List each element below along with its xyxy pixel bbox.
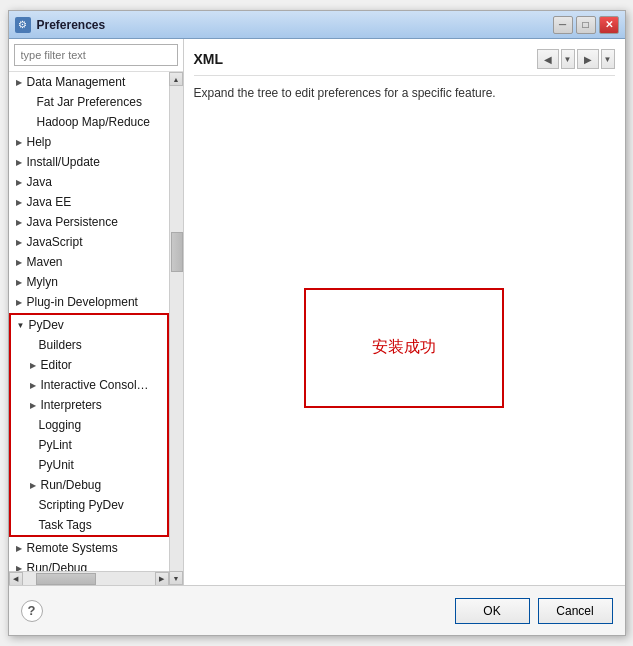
label-pylint: PyLint [39,438,72,452]
label-builders: Builders [39,338,82,352]
tree-item-data-management[interactable]: ▶ Data Management [9,72,169,92]
label-fat-jar: Fat Jar Preferences [37,95,142,109]
help-button[interactable]: ? [21,600,43,622]
ok-button[interactable]: OK [455,598,530,624]
tree-item-interpreters[interactable]: ▶ Interpreters [11,395,167,415]
maximize-button[interactable]: □ [576,16,596,34]
label-interpreters: Interpreters [41,398,102,412]
tree-item-install-update[interactable]: ▶ Install/Update [9,152,169,172]
scroll-up-button[interactable]: ▲ [169,72,183,86]
arrow-interpreters: ▶ [27,399,39,411]
label-java: Java [27,175,52,189]
install-box: 安装成功 [304,288,504,408]
pydev-section: ▼ PyDev Builders ▶ Editor [9,313,169,537]
tree-item-pylint[interactable]: PyLint [11,435,167,455]
arrow-interactive-console: ▶ [27,379,39,391]
arrow-mylyn: ▶ [13,276,25,288]
minimize-button[interactable]: ─ [553,16,573,34]
tree-item-pydev[interactable]: ▼ PyDev [11,315,167,335]
vertical-scrollbar: ▲ ▼ [169,72,183,585]
scroll-track-h [23,572,155,585]
right-header: XML ◀ ▼ ▶ ▼ [194,49,615,76]
label-scripting-pydev: Scripting PyDev [39,498,124,512]
arrow-maven: ▶ [13,256,25,268]
arrow-plugin-dev: ▶ [13,296,25,308]
right-title: XML [194,51,224,67]
install-text: 安装成功 [372,337,436,358]
center-box: 安装成功 [194,120,615,575]
arrow-help: ▶ [13,136,25,148]
bottom-bar: ? OK Cancel [9,585,625,635]
arrow-java: ▶ [13,176,25,188]
window-title: Preferences [37,18,553,32]
tree-item-run-debug-top[interactable]: ▶ Run/Debug [9,558,169,571]
back-button[interactable]: ◀ [537,49,559,69]
forward-button[interactable]: ▶ [577,49,599,69]
bottom-buttons: OK Cancel [455,598,613,624]
nav-buttons: ◀ ▼ ▶ ▼ [537,49,615,69]
tree-item-help[interactable]: ▶ Help [9,132,169,152]
scroll-thumb-h[interactable] [36,573,96,585]
scroll-down-button[interactable]: ▼ [169,571,183,585]
horizontal-scrollbar: ◀ ▶ [9,571,169,585]
label-logging: Logging [39,418,82,432]
arrow-java-ee: ▶ [13,196,25,208]
arrow-install: ▶ [13,156,25,168]
scroll-right-button[interactable]: ▶ [155,572,169,586]
label-mylyn: Mylyn [27,275,58,289]
arrow-remote-systems: ▶ [13,542,25,554]
arrow-run-debug-top: ▶ [13,562,25,571]
tree-item-maven[interactable]: ▶ Maven [9,252,169,272]
tree-item-remote-systems[interactable]: ▶ Remote Systems [9,538,169,558]
label-pyunit: PyUnit [39,458,74,472]
tree-item-editor[interactable]: ▶ Editor [11,355,167,375]
label-hadoop: Hadoop Map/Reduce [37,115,150,129]
arrow-editor: ▶ [27,359,39,371]
tree-item-scripting-pydev[interactable]: Scripting PyDev [11,495,167,515]
tree-item-interactive-console[interactable]: ▶ Interactive Consol… [11,375,167,395]
title-bar-buttons: ─ □ ✕ [553,16,619,34]
cancel-button[interactable]: Cancel [538,598,613,624]
tree-item-pyunit[interactable]: PyUnit [11,455,167,475]
label-plugin-dev: Plug-in Development [27,295,138,309]
search-input[interactable] [14,44,178,66]
tree-item-java[interactable]: ▶ Java [9,172,169,192]
label-javascript: JavaScript [27,235,83,249]
arrow-data-management: ▶ [13,76,25,88]
tree-item-java-ee[interactable]: ▶ Java EE [9,192,169,212]
tree-item-javascript[interactable]: ▶ JavaScript [9,232,169,252]
scroll-thumb-v[interactable] [171,232,183,272]
label-java-ee: Java EE [27,195,72,209]
tree-item-fat-jar[interactable]: Fat Jar Preferences [9,92,169,112]
scroll-track-v [170,86,183,571]
label-install: Install/Update [27,155,100,169]
forward-dropdown-button[interactable]: ▼ [601,49,615,69]
label-run-debug: Run/Debug [41,478,102,492]
window-icon: ⚙ [15,17,31,33]
arrow-javascript: ▶ [13,236,25,248]
search-box [9,39,183,72]
label-remote-systems: Remote Systems [27,541,118,555]
expand-text: Expand the tree to edit preferences for … [194,86,615,100]
tree-items: ▶ Data Management Fat Jar Preferences Ha… [9,72,169,571]
tree-item-plugin-dev[interactable]: ▶ Plug-in Development [9,292,169,312]
label-task-tags: Task Tags [39,518,92,532]
close-button[interactable]: ✕ [599,16,619,34]
tree-item-java-persistence[interactable]: ▶ Java Persistence [9,212,169,232]
tree-item-builders[interactable]: Builders [11,335,167,355]
back-dropdown-button[interactable]: ▼ [561,49,575,69]
label-data-management: Data Management [27,75,126,89]
tree-area: ▶ Data Management Fat Jar Preferences Ha… [9,72,169,585]
scroll-left-button[interactable]: ◀ [9,572,23,586]
arrow-pydev: ▼ [15,319,27,331]
tree-item-run-debug[interactable]: ▶ Run/Debug [11,475,167,495]
right-panel: XML ◀ ▼ ▶ ▼ Expand the tree to edit pref… [184,39,625,585]
title-bar: ⚙ Preferences ─ □ ✕ [9,11,625,39]
arrow-java-persistence: ▶ [13,216,25,228]
label-pydev: PyDev [29,318,64,332]
tree-item-mylyn[interactable]: ▶ Mylyn [9,272,169,292]
tree-item-logging[interactable]: Logging [11,415,167,435]
tree-item-task-tags[interactable]: Task Tags [11,515,167,535]
label-help: Help [27,135,52,149]
tree-item-hadoop[interactable]: Hadoop Map/Reduce [9,112,169,132]
